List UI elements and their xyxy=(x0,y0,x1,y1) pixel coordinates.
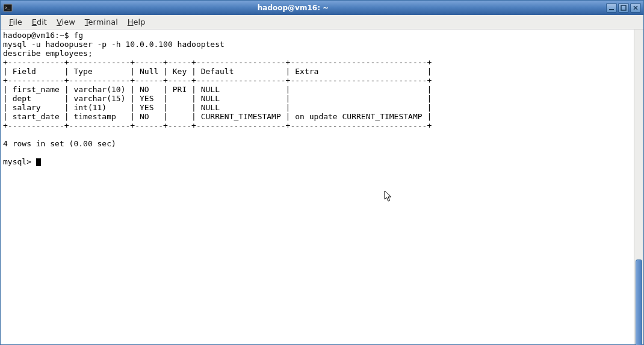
maximize-button[interactable] xyxy=(618,3,629,13)
mysql-prompt: mysql> xyxy=(3,157,36,166)
line-command: mysql -u hadoopuser -p -h 10.0.0.100 had… xyxy=(3,40,224,49)
menu-file[interactable]: File xyxy=(4,16,27,28)
line-border-top: +------------+-------------+------+-----… xyxy=(3,58,432,67)
line-prompt: hadoop@vm16:~$ fg xyxy=(3,31,83,40)
scrollbar-thumb[interactable] xyxy=(636,260,642,345)
menu-help[interactable]: Help xyxy=(123,16,150,28)
menu-terminal-rest: erminal xyxy=(88,17,118,26)
svg-rect-2 xyxy=(609,9,614,10)
vertical-scrollbar[interactable] xyxy=(634,30,643,344)
line-describe: describe employees; xyxy=(3,49,93,58)
menu-view-rest: iew xyxy=(62,17,75,26)
menu-edit-rest: dit xyxy=(37,17,47,26)
table-row: | start_date | timestamp | NO | | CURREN… xyxy=(3,112,432,121)
table-row: | dept | varchar(15) | YES | | NULL | | xyxy=(3,94,432,103)
menubar: File Edit View Terminal Help xyxy=(1,15,643,30)
minimize-button[interactable] xyxy=(606,3,617,13)
line-header: | Field | Type | Null | Key | Default | … xyxy=(3,67,432,76)
menu-file-rest: ile xyxy=(13,17,22,26)
terminal-output[interactable]: hadoop@vm16:~$ fg mysql -u hadoopuser -p… xyxy=(1,30,634,344)
close-button[interactable] xyxy=(630,3,641,13)
table-row: | first_name | varchar(10) | NO | PRI | … xyxy=(3,85,432,94)
window-controls xyxy=(606,3,641,13)
menu-help-rest: elp xyxy=(134,17,146,26)
svg-rect-3 xyxy=(621,5,626,10)
line-border-bot: +------------+-------------+------+-----… xyxy=(3,121,432,130)
menu-view[interactable]: View xyxy=(52,16,80,28)
table-row: | salary | int(11) | YES | | NULL | | xyxy=(3,103,432,112)
cursor-block-icon xyxy=(36,158,41,166)
line-summary: 4 rows in set (0.00 sec) xyxy=(3,139,116,148)
menu-edit[interactable]: Edit xyxy=(27,16,52,28)
menu-terminal[interactable]: Terminal xyxy=(80,16,123,28)
window-title: hadoop@vm16: ~ xyxy=(0,4,606,12)
terminal-window: >_ hadoop@vm16: ~ File Edit View Termina… xyxy=(0,0,644,345)
terminal-area: hadoop@vm16:~$ fg mysql -u hadoopuser -p… xyxy=(1,30,643,344)
titlebar[interactable]: >_ hadoop@vm16: ~ xyxy=(1,1,643,15)
line-border-mid: +------------+-------------+------+-----… xyxy=(3,76,432,85)
